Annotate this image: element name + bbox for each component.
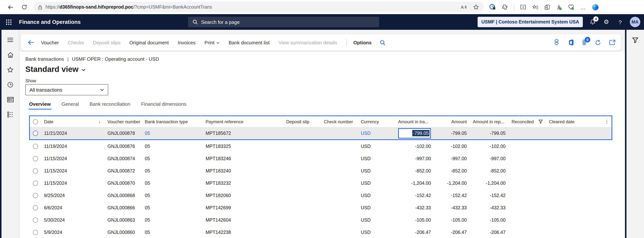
browser-refresh-icon[interactable] <box>20 2 29 11</box>
notifications-button[interactable]: 4 <box>588 17 596 26</box>
cell-amount-rep[interactable]: -1,204.00 <box>470 177 508 189</box>
help-icon[interactable]: ? <box>616 17 624 26</box>
tracking-prevention-icon[interactable] <box>489 4 496 10</box>
cell-voucher[interactable]: GNJL000860 <box>104 226 142 238</box>
cell-amount[interactable]: -152.42 <box>434 189 470 202</box>
cell-cleared[interactable] <box>546 140 583 152</box>
cell-payment[interactable]: MPT142604 <box>202 214 283 226</box>
table-row[interactable]: 9/25/2024GNJL00086805MPT182060USD-152.42… <box>30 189 612 202</box>
cell-deposit[interactable] <box>283 127 321 139</box>
breadcrumb-page[interactable]: Bank transactions <box>25 56 64 62</box>
column-header-payment-reference[interactable]: Payment reference <box>202 116 283 127</box>
cell-amount-tra[interactable]: -997.00 <box>395 152 434 165</box>
cell-amount-rep[interactable]: -152.42 <box>470 189 508 202</box>
tab-general[interactable]: General <box>62 101 79 110</box>
cell-amount[interactable]: -799.05 <box>434 127 470 139</box>
cell-type[interactable]: 05 <box>142 202 202 214</box>
cell-deposit[interactable] <box>283 202 321 214</box>
column-header-voucher[interactable]: Voucher number <box>104 116 142 127</box>
table-row[interactable]: 11/15/2024GNJL00087405MPT183246USD-997.0… <box>30 152 612 165</box>
tab-overview[interactable]: Overview <box>29 101 51 110</box>
cell-amount[interactable]: -432.33 <box>434 202 470 214</box>
amount-edit-input[interactable]: -799.05 <box>398 128 431 138</box>
cell-voucher[interactable]: GNJL000874 <box>104 152 142 165</box>
row-select-radio[interactable] <box>30 226 41 238</box>
browser-back-icon[interactable] <box>6 2 15 11</box>
waffle-menu-icon[interactable] <box>0 19 17 25</box>
workspaces-icon[interactable] <box>7 96 14 103</box>
cell-reconciled[interactable] <box>508 202 546 214</box>
cell-amount-rep[interactable]: -852.00 <box>470 165 508 177</box>
back-arrow-icon[interactable] <box>28 39 34 45</box>
recent-clock-icon[interactable] <box>7 81 14 88</box>
cell-check[interactable] <box>321 127 358 139</box>
cell-amount[interactable]: -105.00 <box>434 214 470 226</box>
cell-voucher[interactable]: GNJL000866 <box>104 202 142 214</box>
cell-check[interactable] <box>321 177 358 189</box>
column-header-cleared-date[interactable]: Cleared date <box>546 116 583 127</box>
cell-amount[interactable]: -206.47 <box>434 226 470 238</box>
cell-payment[interactable]: MPT183325 <box>202 140 283 152</box>
column-header-deposit-slip[interactable]: Deposit slip <box>283 116 321 127</box>
cell-reconciled[interactable] <box>508 214 546 226</box>
cell-deposit[interactable] <box>283 189 321 202</box>
settings-gear-icon[interactable]: ⚙ <box>602 17 610 26</box>
favorites-star-icon[interactable] <box>7 66 14 73</box>
cell-date[interactable]: 5/30/2024 <box>41 214 104 226</box>
cell-amount-tra[interactable]: -432.33 <box>395 202 434 214</box>
favorites-list-icon[interactable] <box>532 4 538 10</box>
cell-voucher[interactable]: GNJL000863 <box>104 214 142 226</box>
browser-menu-icon[interactable]: … <box>580 4 586 10</box>
cell-cleared[interactable] <box>546 214 583 226</box>
refresh-icon[interactable] <box>595 39 601 46</box>
cell-check[interactable] <box>321 202 358 214</box>
cell-amount-tra[interactable]: -105.00 <box>395 214 434 226</box>
table-row[interactable]: 11/15/2024GNJL00087005MPT183232USD-1,204… <box>30 177 612 189</box>
table-row[interactable]: 6/6/2024GNJL00086605MPT142699USD-432.33-… <box>30 202 612 214</box>
cell-currency[interactable]: USD <box>358 165 395 177</box>
cell-payment[interactable]: MPT142699 <box>202 202 283 214</box>
tab-bank-reconciliation[interactable]: Bank reconciliation <box>90 101 130 110</box>
cell-cleared[interactable] <box>546 152 583 165</box>
cell-voucher[interactable]: GNJL000876 <box>104 140 142 152</box>
cell-payment[interactable]: MPT183232 <box>202 177 283 189</box>
cell-voucher[interactable]: GNJL000870 <box>104 177 142 189</box>
browser-essentials-icon[interactable] <box>568 4 574 10</box>
cell-currency[interactable]: USD <box>358 127 395 139</box>
cell-check[interactable] <box>321 226 358 238</box>
url-text[interactable]: https://d365finops-sand.hifxpreprod.poc/… <box>46 4 461 10</box>
row-select-radio[interactable] <box>30 202 41 214</box>
cell-payment[interactable]: MPT182060 <box>202 189 283 202</box>
cell-voucher[interactable]: GNJL000878 <box>104 127 142 139</box>
cell-type[interactable]: 05 <box>142 152 202 165</box>
cell-payment[interactable]: MPT142238 <box>202 226 283 238</box>
table-row[interactable]: 5/9/2024GNJL00086005MPT142238USD-206.47-… <box>30 226 612 238</box>
cell-cleared[interactable] <box>546 127 583 139</box>
cell-amount-rep[interactable]: -997.00 <box>470 152 508 165</box>
cell-currency[interactable]: USD <box>358 226 395 238</box>
column-header-amount-in-reporting[interactable]: Amount in rep... <box>470 116 508 127</box>
cell-date[interactable]: 11/19/2024 <box>41 140 104 152</box>
column-header-currency[interactable]: Currency <box>358 116 395 127</box>
split-screen-icon[interactable] <box>520 4 526 10</box>
cell-payment[interactable]: MPT183240 <box>202 165 283 177</box>
cell-type[interactable]: 05 <box>142 165 202 177</box>
menu-item-print[interactable]: Print <box>204 40 220 45</box>
company-picker[interactable]: USMF | Contoso Entertainment System USA <box>478 17 583 27</box>
table-row[interactable]: 11/15/2024GNJL00087205MPT183240USD-852.0… <box>30 165 612 177</box>
cell-reconciled[interactable] <box>508 152 546 165</box>
select-all-checkbox[interactable] <box>30 116 41 127</box>
cell-deposit[interactable] <box>283 177 321 189</box>
cell-payment[interactable]: MPT185672 <box>202 127 283 139</box>
cell-deposit[interactable] <box>283 152 321 165</box>
favorite-star-icon[interactable] <box>473 4 479 10</box>
cell-currency[interactable]: USD <box>358 202 395 214</box>
row-select-radio[interactable] <box>30 152 41 165</box>
cell-currency[interactable]: USD <box>358 189 395 202</box>
home-icon[interactable] <box>7 51 14 58</box>
open-in-new-window-icon[interactable] <box>609 39 616 45</box>
cell-reconciled[interactable] <box>508 177 546 189</box>
cell-reconciled[interactable] <box>508 127 546 139</box>
cell-amount[interactable]: -102.00 <box>434 140 470 152</box>
open-filter-pane-icon[interactable] <box>632 37 638 43</box>
